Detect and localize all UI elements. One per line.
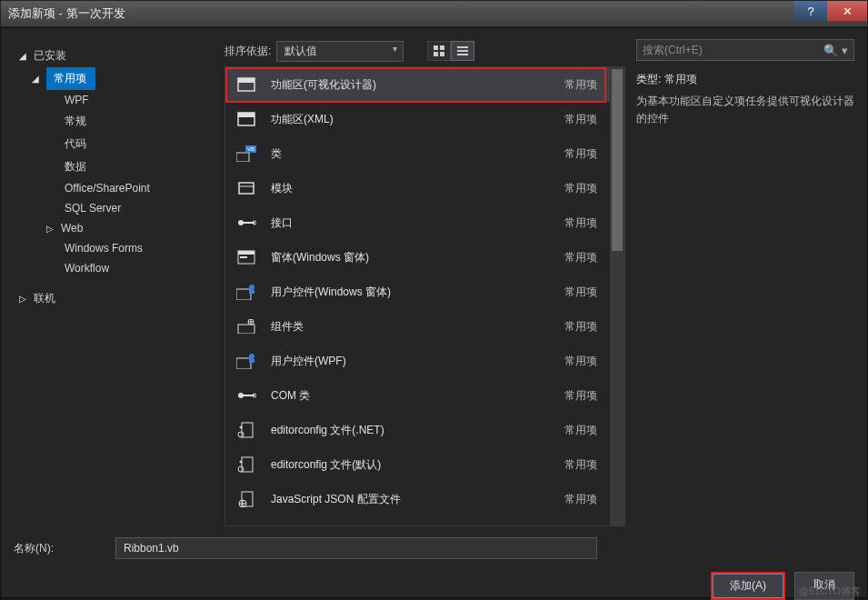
js-config-icon (234, 489, 258, 509)
template-category: 常用项 (564, 215, 597, 231)
com-class-icon (234, 385, 258, 405)
template-name: 用户控件(WPF) (271, 354, 552, 369)
template-row[interactable]: JSJavaScript 文件常用项 (225, 516, 610, 525)
editorconfig-icon (234, 455, 258, 475)
template-row[interactable]: VB类常用项 (225, 136, 610, 171)
tree-item-sql[interactable]: SQL Server (14, 198, 214, 218)
template-name: 窗体(Windows 窗体) (271, 250, 552, 265)
svg-point-36 (238, 466, 244, 472)
name-label: 名称(N): (14, 541, 105, 556)
template-name: 用户控件(Windows 窗体) (271, 285, 552, 300)
template-name: editorconfig 文件(.NET) (271, 423, 552, 438)
svg-rect-1 (440, 45, 444, 50)
template-row[interactable]: 组件类常用项 (225, 309, 610, 344)
template-name: 功能区(XML) (271, 112, 552, 127)
vb-class-icon: VB (234, 144, 258, 164)
template-name: editorconfig 文件(默认) (271, 457, 552, 473)
scroll-thumb[interactable] (612, 69, 623, 251)
search-input[interactable] (643, 44, 823, 56)
interface-icon (234, 213, 258, 233)
view-grid-button[interactable] (427, 41, 451, 61)
svg-rect-2 (434, 52, 438, 56)
template-row[interactable]: 功能区(可视化设计器)常用项 (225, 67, 610, 102)
sort-dropdown[interactable]: 默认值 (276, 41, 404, 62)
tree-label: 数据 (65, 159, 86, 175)
tree-item-winforms[interactable]: Windows Forms (14, 238, 214, 258)
tree-item-web[interactable]: ▷ Web (14, 218, 214, 238)
svg-rect-11 (236, 153, 249, 162)
add-button[interactable]: 添加(A) (711, 572, 785, 600)
svg-rect-4 (457, 46, 468, 48)
name-input[interactable] (115, 537, 597, 559)
tree-label: 代码 (65, 136, 86, 152)
template-category: 常用项 (564, 285, 597, 300)
detail-type-label: 类型: (636, 73, 661, 85)
template-row[interactable]: 模块常用项 (225, 171, 610, 205)
template-row[interactable]: JavaScript JSON 配置文件常用项 (225, 482, 610, 516)
template-row[interactable]: 用户控件(WPF)常用项 (225, 344, 610, 378)
detail-type-value: 常用项 (664, 73, 697, 85)
template-category: 常用项 (564, 492, 597, 507)
grid-icon (433, 45, 445, 57)
chevron-right-icon: ▷ (19, 294, 28, 304)
template-category: 常用项 (564, 423, 597, 438)
help-button[interactable]: ? (794, 1, 827, 21)
tree-item-wpf[interactable]: WPF (14, 90, 214, 110)
detail-type-row: 类型: 常用项 (636, 72, 854, 87)
template-category: 常用项 (564, 457, 597, 473)
search-box[interactable]: 🔍 ▾ (636, 39, 854, 61)
svg-point-28 (249, 354, 254, 359)
sort-label: 排序依据: (224, 44, 271, 59)
template-category: 常用项 (564, 388, 597, 404)
tree-label: 常规 (65, 114, 86, 129)
template-row[interactable]: editorconfig 文件(默认)常用项 (225, 447, 610, 482)
svg-point-23 (249, 285, 254, 290)
template-row[interactable]: 接口常用项 (225, 205, 610, 240)
window-title: 添加新项 - 第一次开发 (8, 5, 125, 22)
tree-item-general[interactable]: 常规 (14, 110, 214, 133)
template-name: 组件类 (271, 319, 552, 335)
tree-item-workflow[interactable]: Workflow (14, 258, 214, 278)
usercontrol-icon (234, 282, 258, 302)
svg-rect-10 (238, 113, 254, 117)
svg-rect-20 (238, 251, 254, 255)
svg-rect-24 (249, 290, 254, 294)
template-name: COM 类 (271, 388, 552, 404)
template-name: 模块 (271, 181, 552, 196)
tree-installed[interactable]: ◢ 已安装 (14, 45, 214, 67)
template-row[interactable]: 功能区(XML)常用项 (225, 102, 610, 136)
chevron-down-icon: ◢ (19, 51, 28, 61)
titlebar: 添加新项 - 第一次开发 ? ✕ (0, 0, 868, 27)
svg-rect-6 (457, 54, 468, 55)
template-row[interactable]: editorconfig 文件(.NET)常用项 (225, 413, 610, 447)
svg-rect-0 (434, 45, 438, 50)
view-list-button[interactable] (451, 41, 474, 61)
svg-rect-8 (238, 78, 254, 83)
tree-item-office[interactable]: Office/SharePoint (14, 178, 214, 198)
svg-rect-22 (236, 289, 251, 300)
watermark: @51CTO博客 (799, 585, 861, 598)
ribbon-icon (234, 75, 258, 95)
svg-rect-27 (236, 358, 251, 369)
svg-rect-37 (242, 492, 253, 506)
svg-rect-21 (240, 256, 247, 258)
category-sidebar: ◢ 已安装 ◢ 常用项 WPF 常规 代码 数据 Office/SharePoi… (14, 39, 214, 526)
tree-item-data[interactable]: 数据 (14, 155, 214, 178)
tree-label: WPF (65, 94, 89, 106)
tree-label: 已安装 (34, 48, 66, 64)
template-list: 功能区(可视化设计器)常用项功能区(XML)常用项VB类常用项模块常用项接口常用… (225, 67, 610, 525)
scrollbar[interactable] (610, 67, 624, 525)
template-row[interactable]: 用户控件(Windows 窗体)常用项 (225, 275, 610, 309)
template-row[interactable]: COM 类常用项 (225, 378, 610, 413)
close-button[interactable]: ✕ (827, 1, 867, 21)
tree-label: Workflow (65, 262, 109, 275)
tree-common[interactable]: ◢ 常用项 (14, 67, 214, 90)
tree-label: Office/SharePoint (65, 182, 150, 195)
svg-rect-14 (239, 183, 254, 194)
tree-item-code[interactable]: 代码 (14, 133, 214, 155)
sort-value: 默认值 (284, 45, 317, 57)
template-row[interactable]: 窗体(Windows 窗体)常用项 (225, 240, 610, 275)
template-category: 常用项 (564, 319, 597, 335)
list-icon (456, 45, 469, 57)
tree-online[interactable]: ▷ 联机 (14, 287, 214, 310)
